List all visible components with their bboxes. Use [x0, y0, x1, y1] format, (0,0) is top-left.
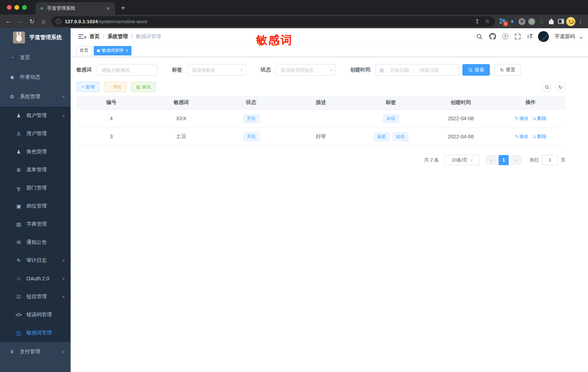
tags-view-tab[interactable]: 首页 — [76, 46, 92, 55]
sidebar-item-label: 敏感词管理 — [26, 330, 52, 336]
share-icon[interactable]: ↥ — [472, 18, 482, 25]
test-button-label: 测试 — [142, 84, 151, 90]
sidebar-item[interactable]: </>错误码管理 — [0, 306, 71, 324]
edit-link-label: 修改 — [519, 116, 529, 121]
gem-extension-icon[interactable]: ♦ — [507, 16, 517, 26]
sidebar-item[interactable]: ≣菜单管理 — [0, 161, 71, 179]
sensitive-word-table: 编号敏感词状态描述标签创建时间操作 4XXX开启短信2022-04-08✎修改⊔… — [76, 96, 566, 146]
reload-icon[interactable]: ↻ — [26, 16, 38, 27]
cell-tags: 蔬菜短信 — [356, 128, 426, 146]
sidebar-item[interactable]: ♟角色管理 — [0, 143, 71, 161]
start-date-input[interactable] — [386, 67, 413, 73]
sidebar-item[interactable]: ⚙系统管理∧ — [0, 87, 71, 106]
font-size-icon[interactable]: TT — [527, 34, 533, 39]
sidebar-item[interactable]: ✉通知公告 — [0, 233, 71, 251]
next-page-button[interactable]: › — [511, 155, 522, 165]
search-icon[interactable] — [475, 33, 483, 41]
profile-avatar[interactable] — [566, 16, 576, 26]
search-button[interactable]: 搜索 — [462, 64, 490, 76]
menu-tree-icon: ≣ — [15, 167, 22, 173]
help-icon[interactable]: ? — [502, 33, 508, 39]
chevron-down-icon: ∨ — [62, 114, 65, 117]
end-date-input[interactable] — [416, 67, 443, 73]
tags-view-tab[interactable]: 敏感词管理× — [94, 46, 131, 55]
main-area: 首页/系统管理/敏感词管理 ? TT 芋道源码 ∨ 敏感词 首页敏感词管理× — [71, 28, 588, 372]
side-panel-icon[interactable] — [556, 16, 566, 26]
sidebar-item[interactable]: ▤字典管理 — [0, 215, 71, 233]
app-logo[interactable]: 芋道管理系统 — [0, 28, 71, 46]
star-extension-icon[interactable]: ☆ — [537, 16, 546, 26]
chevron-down-icon[interactable]: ∨ — [580, 36, 583, 39]
page-unit-label: 页 — [561, 157, 566, 163]
navbar: 首页/系统管理/敏感词管理 ? TT 芋道源码 ∨ — [71, 28, 588, 45]
tag-select[interactable] — [187, 64, 246, 76]
pencil-icon: ✎ — [515, 116, 518, 121]
status-select[interactable] — [276, 64, 336, 76]
filter-date-group: 创建时间 ▦ - — [350, 64, 459, 76]
browser-tab[interactable]: ✳ 芋道管理系统 × — [35, 2, 115, 14]
site-info-icon[interactable]: i — [56, 19, 61, 24]
export-button[interactable]: ↓ 导出 — [104, 82, 127, 92]
delete-link[interactable]: ⊔删除 — [533, 116, 546, 121]
command-extension-icon[interactable]: ⌘ — [517, 16, 527, 26]
breadcrumb-item[interactable]: 首页 — [89, 33, 100, 40]
window-zoom-button[interactable] — [22, 5, 27, 10]
tab-close-icon[interactable]: × — [106, 5, 111, 11]
delete-link[interactable]: ⊔删除 — [533, 134, 546, 139]
back-icon[interactable]: ← — [3, 16, 14, 27]
prev-page-button[interactable]: ‹ — [486, 155, 496, 165]
forward-icon[interactable]: → — [14, 16, 26, 27]
address-bar[interactable]: i 127.0.0.1:1024 /system/sensitive-word … — [51, 16, 495, 27]
keyword-label: 敏感词 — [76, 67, 92, 73]
extensions-puzzle-icon[interactable] — [546, 16, 556, 26]
sidebar-item[interactable]: ◫敏感词管理 — [0, 324, 71, 342]
refresh-table-button[interactable]: ↻ — [555, 82, 566, 92]
dot-circle-extension-icon[interactable] — [527, 16, 537, 26]
keyword-input[interactable] — [97, 64, 158, 76]
post-icon: ▣ — [15, 203, 22, 209]
delete-link-label: 删除 — [537, 116, 546, 121]
sidebar-item[interactable]: ☺OAuth 2.0∨ — [0, 269, 71, 288]
home-icon[interactable]: ⌂ — [38, 16, 49, 27]
breadcrumb-item[interactable]: 系统管理 — [108, 33, 128, 40]
bookmark-star-icon[interactable]: ☆ — [482, 18, 492, 25]
pagination: 共 2 条 10条/页 ∨ ‹ 1 › 前往 页 — [76, 155, 566, 165]
toggle-search-button[interactable] — [542, 82, 552, 92]
tags-view-tab-label: 敏感词管理 — [102, 47, 123, 54]
filter-status-group: 状态 ∨ — [261, 64, 336, 76]
sidebar-item[interactable]: ♙用户管理 — [0, 125, 71, 143]
sidebar-item[interactable]: ☻作者动态 — [0, 67, 71, 87]
reset-button[interactable]: ↻ 重置 — [494, 64, 521, 76]
sidebar-item[interactable]: ♟租户管理∨ — [0, 106, 71, 125]
window-close-button[interactable] — [7, 5, 12, 10]
tab-close-icon[interactable]: × — [126, 48, 128, 53]
edit-link[interactable]: ✎修改 — [515, 116, 529, 121]
sidebar-item-label: 首页 — [20, 54, 30, 61]
test-button[interactable]: ▤ 测试 — [131, 82, 156, 92]
sidebar-item[interactable]: ☑短信管理∨ — [0, 288, 71, 306]
window-minimize-button[interactable] — [14, 5, 19, 10]
sidebar-collapse-icon[interactable] — [71, 28, 89, 45]
sidebar-item[interactable]: ◔首页 — [0, 48, 71, 67]
github-icon[interactable] — [489, 33, 497, 41]
fullscreen-icon[interactable] — [514, 33, 522, 41]
sidebar-item[interactable]: ╦部门管理 — [0, 179, 71, 197]
page-size-select[interactable]: 10条/页 ∨ — [445, 155, 480, 165]
edit-link[interactable]: ✎修改 — [515, 134, 529, 139]
sidebar-item-label: 角色管理 — [26, 149, 47, 155]
app-window: 芋道管理系统 ◔首页☻作者动态⚙系统管理∧♟租户管理∨♙用户管理♟角色管理≣菜单… — [0, 28, 588, 372]
user-avatar[interactable] — [538, 31, 549, 42]
extension-grid-icon[interactable]: 9 — [497, 16, 507, 26]
sidebar-item[interactable]: ¥支付管理∨ — [0, 342, 71, 361]
new-tab-button[interactable]: + — [121, 4, 125, 12]
date-range-picker[interactable]: ▦ - — [375, 64, 459, 76]
dept-icon: ╦ — [15, 185, 22, 191]
cell-create-time: 2022-04-08 — [426, 109, 496, 128]
sidebar-item[interactable]: ✎审计日志∨ — [0, 251, 71, 269]
browser-menu-icon[interactable]: ⋮ — [576, 18, 585, 25]
dashboard-icon: ◔ — [9, 55, 15, 60]
current-page-button[interactable]: 1 — [499, 155, 509, 165]
sidebar-item[interactable]: ▣岗位管理 — [0, 197, 71, 215]
add-button[interactable]: + 新增 — [76, 82, 100, 92]
goto-page-input[interactable] — [542, 155, 558, 165]
